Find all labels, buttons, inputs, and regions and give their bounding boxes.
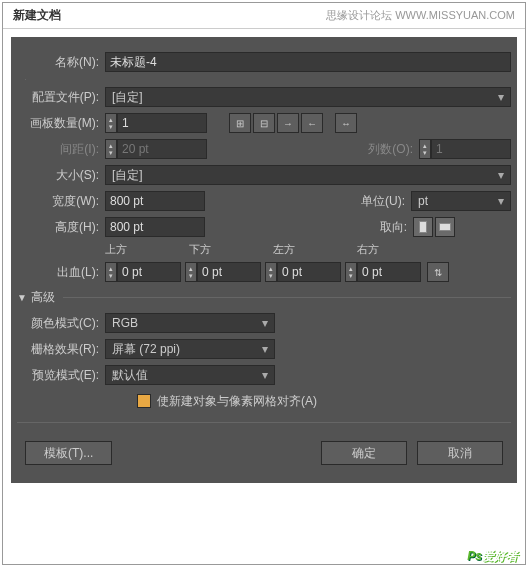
width-label: 宽度(W): xyxy=(17,193,105,210)
ok-button[interactable]: 确定 xyxy=(321,441,407,465)
height-input[interactable] xyxy=(105,217,205,237)
colormode-select[interactable]: RGB xyxy=(105,313,275,333)
bleed-right-input[interactable] xyxy=(357,262,421,282)
artboards-input[interactable] xyxy=(117,113,207,133)
preview-label: 预览模式(E): xyxy=(17,367,105,384)
stepper-icon[interactable]: ▴▾ xyxy=(105,113,117,133)
profile-select[interactable]: [自定] xyxy=(105,87,511,107)
bleed-label: 出血(L): xyxy=(17,264,105,281)
columns-label: 列数(O): xyxy=(359,141,419,158)
subtitle: 思缘设计论坛 WWW.MISSYUAN.COM xyxy=(326,8,515,23)
profile-label: 配置文件(P): xyxy=(17,89,105,106)
template-button[interactable]: 模板(T)... xyxy=(25,441,112,465)
arrange-left-icon[interactable]: ← xyxy=(301,113,323,133)
columns-input xyxy=(431,139,511,159)
units-select[interactable]: pt xyxy=(411,191,511,211)
orientation-group xyxy=(413,217,455,237)
align-checkbox[interactable] xyxy=(137,394,151,408)
name-input[interactable] xyxy=(105,52,511,72)
dialog-title: 新建文档 xyxy=(13,7,61,24)
landscape-button[interactable] xyxy=(435,217,455,237)
spacing-label: 间距(I): xyxy=(17,141,105,158)
grid-by-col-icon[interactable]: ⊟ xyxy=(253,113,275,133)
arrange-rtl-icon[interactable]: ↔ xyxy=(335,113,357,133)
stepper-icon[interactable]: ▴▾ xyxy=(265,262,277,282)
bleed-bottom-label: 下方 xyxy=(189,242,273,257)
bleed-left-input[interactable] xyxy=(277,262,341,282)
grid-by-row-icon[interactable]: ⊞ xyxy=(229,113,251,133)
form-body: 名称(N): 配置文件(P): [自定] 画板数量(M): ▴▾ ⊞ ⊟ → ←… xyxy=(11,37,517,483)
size-select[interactable]: [自定] xyxy=(105,165,511,185)
titlebar: 新建文档 思缘设计论坛 WWW.MISSYUAN.COM xyxy=(3,3,525,29)
raster-label: 栅格效果(R): xyxy=(17,341,105,358)
spacing-input xyxy=(117,139,207,159)
bleed-top-input[interactable] xyxy=(117,262,181,282)
stepper-icon[interactable]: ▴▾ xyxy=(105,262,117,282)
stepper-icon: ▴▾ xyxy=(419,139,431,159)
orientation-label: 取向: xyxy=(353,219,413,236)
height-label: 高度(H): xyxy=(17,219,105,236)
stepper-icon[interactable]: ▴▾ xyxy=(185,262,197,282)
advanced-label: 高级 xyxy=(31,289,55,306)
cancel-button[interactable]: 取消 xyxy=(417,441,503,465)
width-input[interactable] xyxy=(105,191,205,211)
preview-select[interactable]: 默认值 xyxy=(105,365,275,385)
align-label: 使新建对象与像素网格对齐(A) xyxy=(157,393,317,410)
arrange-right-icon[interactable]: → xyxy=(277,113,299,133)
colormode-label: 颜色模式(C): xyxy=(17,315,105,332)
bleed-left-label: 左方 xyxy=(273,242,357,257)
size-label: 大小(S): xyxy=(17,167,105,184)
disclosure-icon[interactable]: ▼ xyxy=(17,292,27,303)
bleed-top-label: 上方 xyxy=(105,242,189,257)
bleed-bottom-input[interactable] xyxy=(197,262,261,282)
stepper-icon[interactable]: ▴▾ xyxy=(345,262,357,282)
name-label: 名称(N): xyxy=(17,54,105,71)
watermark: Ps爱好者 xyxy=(467,544,518,565)
artboards-label: 画板数量(M): xyxy=(17,115,105,132)
portrait-button[interactable] xyxy=(413,217,433,237)
stepper-icon: ▴▾ xyxy=(105,139,117,159)
link-icon[interactable]: ⇅ xyxy=(427,262,449,282)
bleed-right-label: 右方 xyxy=(357,242,441,257)
raster-select[interactable]: 屏幕 (72 ppi) xyxy=(105,339,275,359)
units-label: 单位(U): xyxy=(351,193,411,210)
